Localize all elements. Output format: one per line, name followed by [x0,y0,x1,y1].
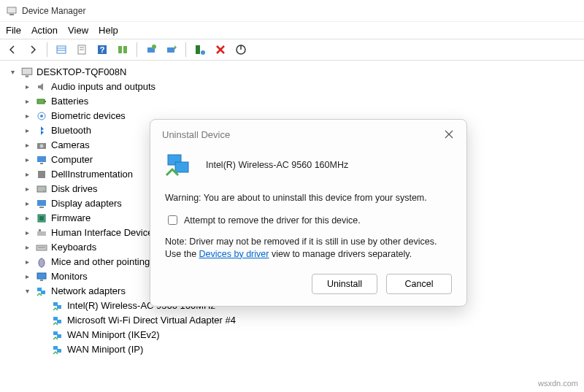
svg-point-13 [152,45,156,49]
category-icon [35,182,48,196]
svg-rect-47 [57,320,61,323]
category-label: Biometric devices [51,109,126,123]
expand-icon[interactable]: ▸ [22,167,32,182]
svg-rect-18 [22,68,32,74]
svg-rect-15 [196,45,200,54]
tree-device[interactable]: Microsoft Wi-Fi Direct Virtual Adapter #… [34,313,584,328]
help-button[interactable]: ? [93,41,112,58]
remove-driver-label: Attempt to remove the driver for this de… [184,215,361,226]
disable-device-button[interactable] [231,41,250,58]
svg-rect-53 [175,162,188,172]
tree-category[interactable]: ▸Audio inputs and outputs [18,80,584,94]
category-icon [35,285,48,298]
category-label: Cameras [51,138,90,153]
device-label: WAN Miniport (IP) [67,342,143,357]
svg-point-23 [40,115,43,118]
svg-rect-36 [39,229,41,231]
category-label: Firmware [51,211,91,226]
resources-button[interactable] [113,41,132,58]
expand-icon[interactable]: ▸ [22,109,32,123]
show-hidden-button[interactable] [52,41,71,58]
network-adapter-icon [51,314,64,327]
cancel-button[interactable]: Cancel [386,274,452,294]
svg-point-30 [43,190,45,191]
properties-button[interactable] [72,41,91,58]
svg-rect-29 [37,186,46,192]
svg-rect-21 [45,101,46,102]
expand-icon[interactable]: ▸ [22,182,32,196]
update-driver-button[interactable] [162,41,181,58]
category-icon [35,124,48,137]
category-icon [35,241,48,254]
uninstall-button[interactable]: Uninstall [312,274,377,294]
tree-device[interactable]: WAN Miniport (IP) [34,342,584,357]
remove-driver-checkbox[interactable] [168,215,177,225]
expand-icon[interactable]: ▸ [22,153,32,167]
expand-icon[interactable]: ▾ [22,284,32,299]
category-icon [35,80,48,93]
scan-hardware-button[interactable] [142,41,161,58]
uninstall-device-button[interactable] [211,41,230,58]
network-adapter-icon [51,328,64,342]
device-label: WAN Miniport (IKEv2) [67,328,160,342]
menu-action[interactable]: Action [31,25,58,36]
dialog-note: Note: Driver may not be removed if it is… [165,236,452,261]
add-driver-button[interactable] [191,41,210,58]
svg-rect-0 [7,7,16,13]
dialog-device-name: Intel(R) Wireless-AC 9560 160MHz [206,160,348,170]
devices-by-driver-link[interactable]: Devices by driver [199,249,269,259]
category-icon [35,153,48,166]
expand-icon[interactable]: ▸ [22,211,32,226]
expand-icon[interactable]: ▸ [22,240,32,255]
toolbar: ? [0,39,584,61]
tree-root[interactable]: ▾ DESKTOP-TQF008N [3,65,584,80]
expand-icon[interactable]: ▸ [22,123,32,138]
toolbar-separator [185,42,186,57]
category-label: Disk drives [51,182,98,196]
category-label: Bluetooth [51,123,91,138]
svg-point-39 [39,258,45,267]
tree-device[interactable]: WAN Miniport (IKEv2) [34,328,584,342]
svg-text:?: ? [100,45,105,54]
back-button[interactable] [3,41,22,58]
svg-rect-49 [57,334,61,338]
menubar: File Action View Help [0,22,584,39]
expand-icon[interactable]: ▸ [22,255,32,269]
category-label: Batteries [51,94,88,109]
dialog-warning-text: Warning: You are about to uninstall this… [165,193,452,203]
dialog-close-button[interactable] [442,127,456,142]
uninstall-device-dialog: Uninstall Device Intel(R) Wireless-AC 95… [150,119,467,307]
category-label: Display adapters [51,196,122,211]
svg-rect-10 [118,46,122,53]
menu-file[interactable]: File [6,25,21,36]
expand-icon[interactable]: ▸ [22,80,32,94]
expand-icon[interactable]: ▸ [22,269,32,284]
expand-icon[interactable]: ▸ [22,94,32,109]
svg-rect-26 [37,156,46,162]
expand-icon[interactable]: ▸ [22,196,32,211]
svg-point-16 [201,50,205,55]
expand-icon[interactable]: ▸ [22,226,32,240]
svg-rect-32 [39,207,44,208]
expand-icon[interactable]: ▸ [22,138,32,153]
network-adapter-icon [51,343,64,356]
svg-rect-43 [41,291,45,294]
forward-button[interactable] [23,41,42,58]
category-icon [35,270,48,283]
app-icon [6,5,18,17]
menu-help[interactable]: Help [99,25,118,36]
note-suffix: view to manage drivers separately. [269,249,412,259]
titlebar: Device Manager [0,0,584,22]
svg-rect-19 [26,76,29,77]
svg-rect-41 [40,280,43,281]
category-icon [35,95,48,108]
category-icon [35,197,48,210]
menu-view[interactable]: View [68,25,88,36]
svg-rect-27 [40,163,43,164]
tree-category[interactable]: ▸Batteries [18,94,584,109]
toolbar-separator [137,42,137,57]
category-label: Keyboards [51,240,96,255]
tree-root-label: DESKTOP-TQF008N [36,65,126,80]
toolbar-separator [47,42,47,57]
collapse-icon[interactable]: ▾ [7,65,18,80]
